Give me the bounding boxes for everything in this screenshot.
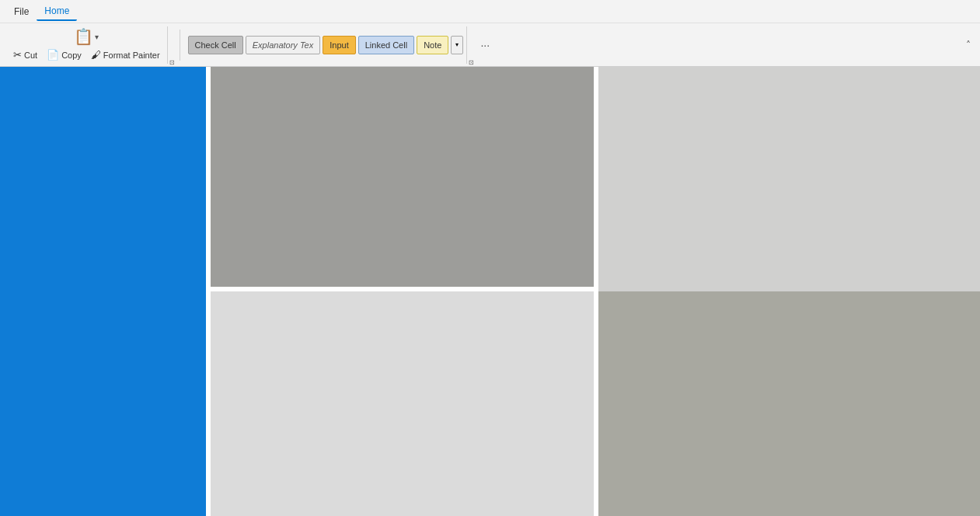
copy-button[interactable]: 📄 Copy (43, 47, 85, 62)
format-painter-button[interactable]: 🖌 Format Painter (87, 47, 164, 62)
gray-medium-cell (206, 67, 594, 291)
clipboard-small-buttons: ✂ Cut 📄 Copy 🖌 Format Painter (9, 47, 164, 62)
paste-button[interactable]: 📋 ▾ (71, 27, 102, 46)
ribbon-collapse-button[interactable]: ˄ (963, 38, 974, 52)
ribbon: 📋 ▾ ✂ Cut 📄 Copy 🖌 Format Painter ⊡ Chec… (0, 23, 980, 67)
light-gray-cell (594, 67, 980, 291)
blue-cell (0, 67, 206, 516)
styles-row: Check Cell Explanatory Tex Input Linked … (188, 36, 464, 54)
check-cell-button[interactable]: Check Cell (188, 36, 243, 54)
explanatory-button[interactable]: Explanatory Tex (246, 36, 320, 54)
more-options-button[interactable]: ··· (476, 36, 494, 54)
menu-file[interactable]: File (6, 3, 37, 20)
cut-icon: ✂ (13, 49, 22, 61)
menu-bar: File Home (0, 0, 980, 23)
paste-icon: 📋 (74, 29, 93, 44)
clipboard-group: 📋 ▾ ✂ Cut 📄 Copy 🖌 Format Painter (6, 26, 168, 64)
styles-corner-marker[interactable]: ⊡ (469, 59, 474, 66)
cut-label: Cut (24, 51, 37, 60)
lighter-gray-cell (206, 291, 594, 516)
note-button[interactable]: Note (417, 36, 448, 54)
ribbon-divider (180, 30, 180, 61)
clipboard-corner-marker[interactable]: ⊡ (169, 59, 175, 66)
styles-dropdown-button[interactable]: ▾ (451, 36, 463, 54)
cut-button[interactable]: ✂ Cut (9, 47, 41, 62)
copy-icon: 📄 (47, 49, 59, 61)
menu-home[interactable]: Home (37, 2, 77, 21)
format-painter-icon: 🖌 (91, 49, 101, 61)
copy-label: Copy (61, 51, 82, 60)
input-button[interactable]: Input (323, 36, 355, 54)
format-painter-label: Format Painter (103, 51, 160, 60)
content-area (0, 67, 980, 516)
paste-chevron-icon[interactable]: ▾ (95, 33, 99, 41)
linked-cell-button[interactable]: Linked Cell (358, 36, 414, 54)
cell-styles-group: Check Cell Explanatory Tex Input Linked … (185, 26, 468, 64)
medium-gray2-cell (594, 291, 980, 516)
